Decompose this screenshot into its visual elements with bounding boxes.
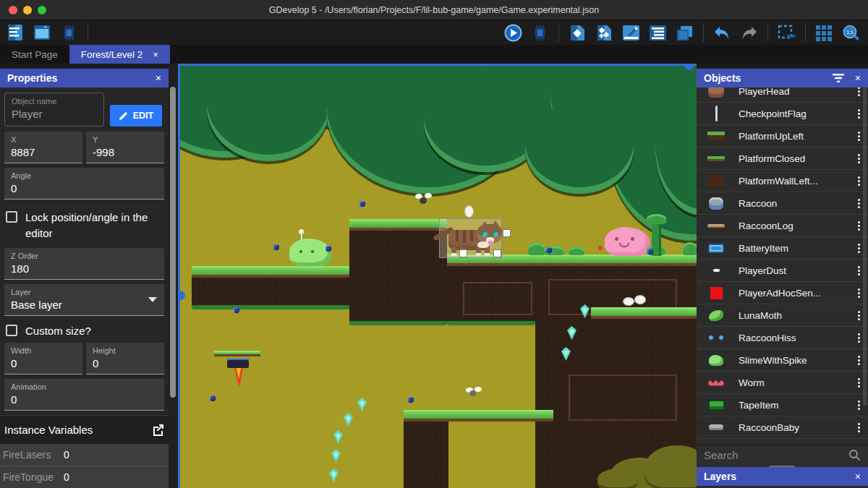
crystal-instance[interactable] [344,413,353,427]
berry-instance[interactable] [210,395,216,401]
platform-instance[interactable] [192,275,359,307]
object-menu-icon[interactable] [854,221,864,231]
berry-instance[interactable] [647,249,653,254]
variable-row[interactable]: FireTongue 0 [0,466,173,488]
object-menu-icon[interactable] [854,244,864,253]
object-row[interactable]: PlatformClosed [697,147,868,170]
object-menu-icon[interactable] [854,154,864,163]
object-row[interactable]: PlatformWallLeft... [697,170,868,192]
egg-instance[interactable] [634,295,646,304]
properties-panel-header: Properties × [0,69,169,87]
crystal-instance[interactable] [333,430,343,444]
object-row[interactable]: RaccoonBaby [697,416,868,439]
grid-icon[interactable] [814,24,834,42]
close-objects-icon[interactable]: × [855,72,861,84]
close-properties-icon[interactable]: × [156,72,161,84]
berry-instance[interactable] [408,397,414,403]
tab-forest-level-2[interactable]: Forest/Level 2 × [69,45,170,64]
berry-instance[interactable] [273,244,279,250]
properties-scrollbar[interactable] [169,64,178,488]
object-row[interactable]: PlayerHead [697,87,868,103]
debug-preview-icon[interactable] [530,24,550,42]
object-menu-icon[interactable] [854,266,864,275]
selection-handle[interactable] [503,229,511,237]
platform-instance[interactable] [591,307,697,319]
object-menu-icon[interactable] [854,132,864,141]
zoom-reset-icon[interactable]: 1:1 [841,24,861,42]
height-input[interactable]: Height 0 [86,343,164,374]
object-menu-icon[interactable] [854,311,864,320]
debugger-icon[interactable] [59,24,79,42]
crystal-instance[interactable] [357,398,367,411]
width-input[interactable]: Width 0 [4,343,82,374]
platform-instance[interactable] [404,420,448,488]
berry-instance[interactable] [546,247,552,253]
x-position-input[interactable]: X 8887 [4,132,82,163]
crystal-instance[interactable] [329,468,339,482]
object-row[interactable]: BigSlime [697,439,868,445]
object-menu-icon[interactable] [854,176,864,186]
platform-instance[interactable] [349,228,447,324]
berry-instance[interactable] [326,246,331,252]
object-row[interactable]: RaccoonLog [697,215,868,237]
open-in-new-icon[interactable] [152,424,164,436]
object-row[interactable]: PlayerDust [697,260,868,282]
selection-handle[interactable] [493,249,501,257]
edit-scene-properties-icon[interactable] [621,24,641,42]
redo-icon[interactable] [739,24,759,42]
undo-icon[interactable] [712,24,732,42]
object-menu-icon[interactable] [854,109,864,119]
lock-position-checkbox[interactable] [6,211,17,223]
filter-icon[interactable] [832,73,845,83]
variable-row[interactable]: FireLasers 0 [0,444,173,466]
close-tab-icon[interactable]: × [153,49,158,60]
custom-size-checkbox[interactable] [6,325,17,336]
scene-border-handle[interactable] [178,291,185,300]
object-row[interactable]: CheckpointFlag [697,103,868,125]
object-row[interactable]: TapeItem [697,394,868,416]
crystal-instance[interactable] [331,449,341,463]
pencil-icon [119,111,128,121]
edit-object-button[interactable]: EDIT [110,105,162,127]
project-manager-icon[interactable] [6,24,25,42]
objects-scrollbar[interactable] [863,87,867,406]
berry-instance[interactable] [234,307,239,313]
berry-instance[interactable] [359,201,365,207]
object-menu-icon[interactable] [854,288,864,298]
add-object-icon[interactable] [568,24,587,42]
open-scenes-icon[interactable] [675,24,694,42]
objects-groups-icon[interactable] [595,24,614,42]
search-input[interactable] [704,449,848,461]
object-menu-icon[interactable] [854,87,864,96]
object-menu-icon[interactable] [854,423,864,432]
object-menu-icon[interactable] [854,333,864,343]
preview-play-icon[interactable] [503,24,523,42]
animation-input[interactable]: Animation 0 [4,379,164,411]
object-row[interactable]: Worm [697,372,868,394]
custom-size-row: Custom size? [4,320,164,343]
object-menu-icon[interactable] [854,199,864,208]
object-row[interactable]: SlimeWithSpike [697,349,868,372]
object-row[interactable]: PlatformUpLeft [697,125,868,147]
selection-handle[interactable] [459,249,467,257]
delete-selection-icon[interactable] [777,24,796,42]
close-layers-icon[interactable]: × [855,471,861,482]
z-order-input[interactable]: Z Order 180 [4,248,164,280]
object-menu-icon[interactable] [854,378,864,388]
scene-canvas[interactable] [178,64,697,488]
object-menu-icon[interactable] [854,401,864,410]
object-row[interactable]: RaccoonHiss [697,327,868,349]
egg-instance[interactable] [464,205,474,218]
tab-start-page[interactable]: Start Page [0,45,69,64]
object-menu-icon[interactable] [854,356,864,365]
angle-input[interactable]: Angle 0 [4,168,164,200]
layer-select[interactable]: Layer Base layer [4,284,164,316]
object-row[interactable]: BatteryItem [697,237,868,260]
object-row[interactable]: Raccoon [697,192,868,215]
egg-instance[interactable] [623,297,634,306]
y-position-input[interactable]: Y -998 [86,132,164,163]
start-page-icon[interactable] [33,24,52,42]
edit-events-icon[interactable] [648,24,668,42]
object-row[interactable]: LunaMoth [697,304,868,327]
object-row[interactable]: PlayerAdHocSen... [697,282,868,304]
